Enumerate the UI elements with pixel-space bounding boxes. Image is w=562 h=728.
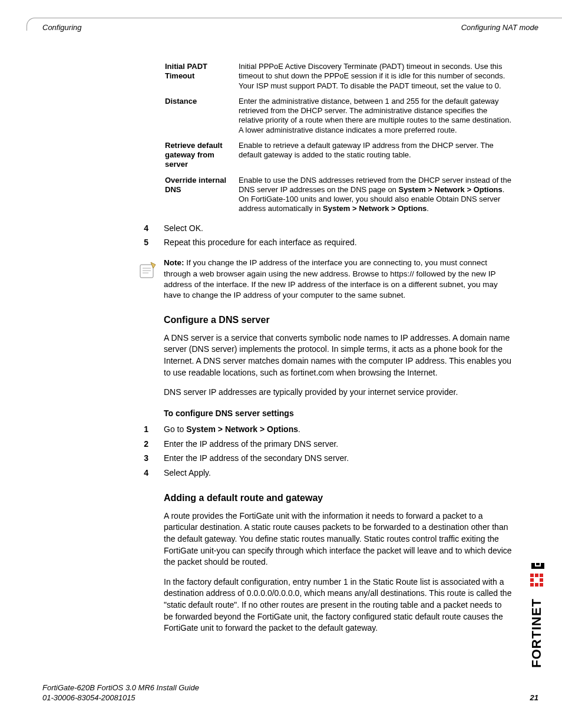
def-desc: Enable to use the DNS addresses retrieve… <box>239 173 513 217</box>
table-row: Distance Enter the administrative distan… <box>135 94 513 138</box>
svg-rect-5 <box>536 563 540 565</box>
table-row: Initial PADT Timeout Initial PPPoE Activ… <box>135 59 513 94</box>
definitions-table: Initial PADT Timeout Initial PPPoE Activ… <box>135 59 513 217</box>
step-number: 2 <box>135 439 164 450</box>
step-number: 4 <box>135 467 164 479</box>
step-text: Enter the IP address of the primary DNS … <box>164 439 513 450</box>
procedure-title: To configure DNS server settings <box>164 408 513 419</box>
step-text: Select Apply. <box>164 467 513 479</box>
step-item: 3 Enter the IP address of the secondary … <box>135 453 513 464</box>
body-paragraph: DNS server IP addresses are typically pr… <box>164 387 513 398</box>
step-item: 2 Enter the IP address of the primary DN… <box>135 439 513 450</box>
step-item: 4 Select Apply. <box>135 467 513 479</box>
header-right: Configuring NAT mode <box>461 22 538 33</box>
def-desc: Initial PPPoE Active Discovery Terminate… <box>239 59 513 94</box>
def-desc: Enable to retrieve a default gateway IP … <box>239 138 513 173</box>
step-text: Select OK. <box>164 223 513 234</box>
def-term: Distance <box>135 94 239 138</box>
svg-rect-8 <box>530 574 534 577</box>
step-number: 1 <box>135 424 164 435</box>
body-paragraph: In the factory default configuration, en… <box>164 577 513 634</box>
note-text: Note: If you change the IP address of th… <box>164 258 513 301</box>
fortinet-logo: FORTINET <box>530 563 544 681</box>
step-item: 4 Select OK. <box>135 223 513 234</box>
section-heading-dns: Configure a DNS server <box>164 314 513 327</box>
step-text: Go to System > Network > Options. <box>164 424 513 435</box>
note-icon <box>135 258 164 301</box>
def-term: Retrieve default gateway from server <box>135 138 239 173</box>
svg-rect-9 <box>535 574 538 577</box>
step-text: Enter the IP address of the secondary DN… <box>164 453 513 464</box>
step-number: 5 <box>135 237 164 248</box>
svg-rect-0 <box>140 265 153 278</box>
page-number: 21 <box>530 693 538 703</box>
body-paragraph: A DNS server is a service that converts … <box>164 332 513 378</box>
svg-rect-12 <box>540 578 543 582</box>
table-row: Override internal DNS Enable to use the … <box>135 173 513 217</box>
body-paragraph: A route provides the FortiGate unit with… <box>164 510 513 568</box>
svg-rect-13 <box>530 583 534 587</box>
svg-text:FORTINET: FORTINET <box>530 598 544 668</box>
svg-rect-14 <box>535 583 538 587</box>
note-block: Note: If you change the IP address of th… <box>164 258 513 301</box>
section-heading-route: Adding a default route and gateway <box>164 492 513 505</box>
svg-rect-11 <box>530 578 534 582</box>
step-item: 5 Repeat this procedure for each interfa… <box>135 237 513 248</box>
step-number: 4 <box>135 223 164 234</box>
def-term: Override internal DNS <box>135 173 239 217</box>
svg-rect-10 <box>540 574 543 577</box>
svg-rect-15 <box>540 583 543 587</box>
step-text: Repeat this procedure for each interface… <box>164 237 513 248</box>
footer-text: FortiGate-620B FortiOS 3.0 MR6 Install G… <box>42 683 199 703</box>
def-term: Initial PADT Timeout <box>135 59 239 94</box>
header-left: Configuring <box>42 22 82 33</box>
def-desc: Enter the administrative distance, betwe… <box>239 94 513 138</box>
table-row: Retrieve default gateway from server Ena… <box>135 138 513 173</box>
svg-rect-7 <box>531 566 544 569</box>
step-number: 3 <box>135 453 164 464</box>
step-item: 1 Go to System > Network > Options. <box>135 424 513 435</box>
